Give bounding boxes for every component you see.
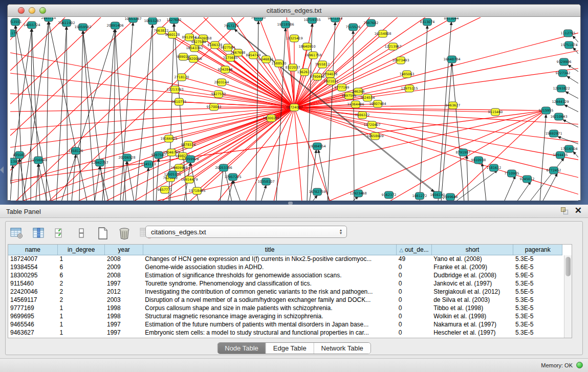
table-cell[interactable]: Disruption of a novel member of a sodium… [143,296,397,304]
graph-node-9170043[interactable]: 9170043 [207,103,222,111]
column-header-in_degree[interactable]: in_degree [57,245,104,255]
graph-node-9215955[interactable]: 9215955 [539,107,554,114]
close-icon[interactable]: ✕ [575,207,582,215]
graph-node-16210643[interactable]: 16210643 [550,113,567,120]
attribute-table[interactable]: namein_degreeyeartitle△out_de...shortpag… [8,244,572,338]
table-cell[interactable]: Tourette syndrome. Phenomenology and cla… [143,279,397,288]
table-cell[interactable]: 5.3E-5 [513,329,562,337]
table-cell[interactable]: de Silva et al. (2003) [431,296,513,304]
graph-node-17359928[interactable]: 17359928 [182,156,199,163]
table-cell[interactable]: 1998 [105,312,143,320]
table-row[interactable]: 1456911722003Disruption of a novel membe… [8,296,562,304]
table-cell[interactable]: 0 [397,320,431,329]
graph-node-19218586[interactable]: 19218586 [277,21,294,28]
table-cell[interactable]: 1997 [105,279,143,288]
table-cell[interactable]: 2009 [105,263,143,271]
graph-node-1858126[interactable]: 1858126 [69,147,83,155]
table-cell[interactable]: 5.3E-5 [513,255,562,263]
column-header-pagerank[interactable]: pagerank [513,245,562,255]
graph-node-18300295[interactable]: 18300295 [263,115,279,122]
table-cell[interactable]: 14569117 [8,296,57,304]
table-cell[interactable]: 9115460 [8,279,57,288]
graph-node-2093718[interactable]: 2093718 [41,17,56,21]
table-cell[interactable]: 9463627 [8,329,57,337]
table-cell[interactable]: 19384554 [8,263,57,271]
table-cell[interactable]: 2012 [105,288,143,296]
graph-node-20891406[interactable]: 20891406 [106,22,123,29]
graph-node-20206528[interactable]: 20206528 [118,154,135,161]
table-cell[interactable]: 5.3E-5 [513,312,562,320]
graph-node-18640910[interactable]: 18640910 [298,43,315,50]
column-header-short[interactable]: short [431,245,513,255]
graph-node-15751074[interactable]: 15751074 [560,41,577,49]
graph-node-12213393[interactable]: 12213393 [166,86,183,93]
table-cell[interactable]: 0 [397,263,431,271]
table-cell[interactable]: 0 [397,304,431,312]
table-cell[interactable]: Stergiakouli et al. (2012) [431,288,513,296]
graph-node-2803144[interactable]: 2803144 [214,79,229,86]
graph-node-7710905[interactable]: 7710905 [505,170,519,177]
graph-node-15718485[interactable]: 15718485 [188,187,205,194]
graph-node-9245012[interactable]: 9245012 [520,176,535,183]
table-cell[interactable]: 0 [397,296,431,304]
select-column-button[interactable] [31,226,46,240]
graph-node-9466160[interactable]: 9466160 [251,17,266,21]
table-cell[interactable]: Jankovic et al. (1997) [431,279,513,288]
tab-network-table[interactable]: Network Table [314,343,371,354]
graph-node-9810755[interactable]: 9810755 [172,98,187,105]
column-header-title[interactable]: title [143,245,397,255]
table-cell[interactable]: Corpus callosum shape and size in male p… [143,304,397,312]
table-cell[interactable]: 2 [57,279,104,288]
graph-node-15720407[interactable]: 15720407 [363,121,380,128]
table-cell[interactable]: 9465546 [8,320,57,329]
graph-node-12942757[interactable]: 12942757 [91,159,108,166]
graph-node-7955812[interactable]: 7955812 [315,61,330,68]
table-row[interactable]: 1830029562008Estimation of significance … [8,271,562,279]
graph-node-7957224[interactable]: 7957224 [224,23,239,30]
graph-node-12923468[interactable]: 12923468 [350,190,366,197]
graph-node-19166825[interactable]: 19166825 [160,135,177,142]
table-cell[interactable]: 2003 [105,296,143,304]
graph-node-16782759[interactable]: 16782759 [309,188,325,195]
table-cell[interactable]: 18724007 [8,255,57,263]
show-hide-columns-button[interactable] [53,226,67,240]
graph-node-9463627[interactable]: 9463627 [446,102,461,109]
table-cell[interactable]: Franke et al. (2009) [431,263,513,271]
table-cell[interactable]: 1997 [105,320,143,329]
table-cell[interactable]: 0 [397,329,431,337]
table-cell[interactable]: 0 [397,279,431,288]
table-cell[interactable]: 2008 [105,255,143,263]
table-cell[interactable]: Estimation of significance thresholds fo… [143,271,397,279]
graph-node-16961758[interactable]: 16961758 [304,52,321,59]
graph-node-9810938[interactable]: 9810938 [471,157,486,164]
table-row[interactable]: 969969511998Structural magnetic resonanc… [8,312,562,320]
graph-node-9777169[interactable]: 9777169 [335,84,350,91]
table-selector-dropdown[interactable]: citations_edges.txt ▲▼ [145,226,347,238]
graph-node-16648784[interactable]: 16648784 [443,56,460,63]
table-cell[interactable]: Tibbo et al. (1998) [431,304,513,312]
graph-node-11156849[interactable]: 11156849 [30,157,47,164]
table-cell[interactable]: Structural magnetic resonance image aver… [143,312,397,320]
graph-node-9599648[interactable]: 9599648 [443,193,458,201]
graph-node-14055724[interactable]: 14055724 [23,21,40,29]
network-window-titlebar[interactable]: citations_edges.txt [8,5,580,17]
table-cell[interactable]: 6 [57,271,104,279]
table-cell[interactable]: 1 [57,255,104,263]
table-cell[interactable]: 9699695 [8,312,57,320]
table-cell[interactable]: 5.3E-5 [513,296,562,304]
tab-edge-table[interactable]: Edge Table [266,343,314,354]
table-cell[interactable]: Investigating the contribution of common… [143,288,397,296]
delete-button[interactable] [117,226,132,240]
table-cell[interactable]: 1998 [105,304,143,312]
table-cell[interactable]: 1 [57,312,104,320]
column-header-year[interactable]: year [105,245,143,255]
graph-node-9827504[interactable]: 9827504 [221,44,235,51]
graph-node-9227342[interactable]: 9227342 [556,70,571,77]
network-view-canvas[interactable]: 1872400728031449427552917004318300295924… [10,17,578,201]
table-cell[interactable]: 0 [397,312,431,320]
graph-node-13325419[interactable]: 13325419 [286,35,302,42]
table-row[interactable]: 946362711997Embryonic stem cells: a mode… [8,329,562,337]
graph-node-941175[interactable]: 941175 [10,30,17,37]
graph-node-9671358[interactable]: 9671358 [328,17,343,22]
graph-node-3624554[interactable]: 3624554 [360,94,375,101]
